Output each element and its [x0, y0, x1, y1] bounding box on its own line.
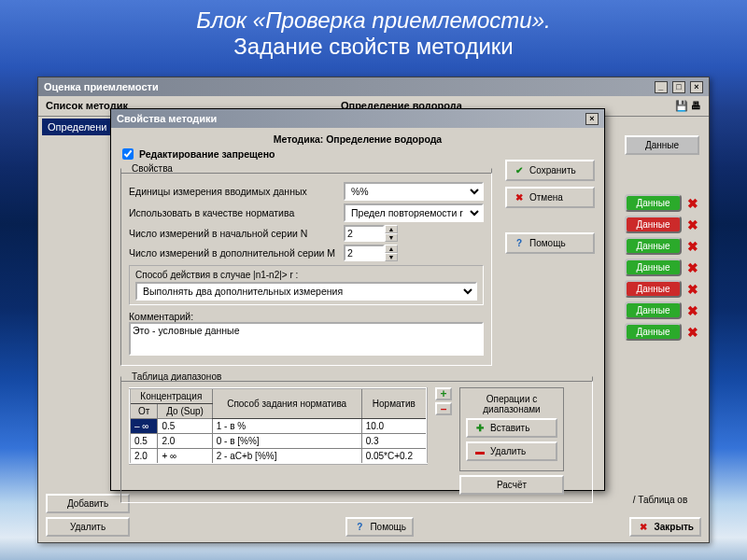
ranges-table[interactable]: Концентрация Способ задания норматива Но… [129, 387, 428, 465]
add-button[interactable]: Добавить [46, 494, 130, 513]
delete-button[interactable]: Удалить [46, 517, 130, 537]
delete-x-icon[interactable]: ✖ [687, 217, 699, 232]
table-cell: 10.0 [361, 419, 427, 434]
back-title-bar: Оценка приемлемости _ □ × [38, 77, 709, 96]
data-button-top[interactable]: Данные [625, 135, 699, 155]
col-concentration: Концентрация [130, 388, 212, 404]
col-norm: Норматив [361, 388, 427, 419]
ranges-legend: Таблица диапазонов [129, 371, 224, 382]
data-pill[interactable]: Данные [625, 194, 682, 212]
plus-icon: ✚ [473, 423, 486, 433]
delete-range-button[interactable]: ▬ Удалить [466, 441, 557, 461]
spin-down-icon[interactable]: ▼ [385, 253, 398, 261]
col-to: До (Sup) [158, 404, 212, 419]
help-button-back[interactable]: ? Помощь [345, 517, 414, 537]
table-cell: 0.3 [361, 434, 427, 449]
close-icon[interactable]: × [690, 81, 703, 93]
close-x-icon: ✖ [637, 522, 650, 532]
delete-x-icon[interactable]: ✖ [687, 260, 699, 275]
units-label: Единицы измерения вводимых данных [129, 186, 336, 197]
edit-locked-label: Редактирование запрещено [139, 148, 275, 160]
delete-x-icon[interactable]: ✖ [687, 196, 699, 211]
action-label: Способ действия в случае |n1-n2|> r : [135, 270, 477, 280]
selected-methodology-row[interactable]: Определени [42, 119, 117, 135]
table-cell: 2.0 [158, 434, 212, 449]
data-pill[interactable]: Данные [625, 237, 682, 255]
data-row: Данные✖ [625, 216, 699, 233]
units-select[interactable]: %% [344, 182, 484, 201]
action-group: Способ действия в случае |n1-n2|> r : Вы… [129, 265, 484, 305]
data-row: Данные✖ [625, 194, 699, 212]
comment-textarea[interactable]: Это - условные данные [129, 322, 484, 356]
x-icon: ✖ [513, 192, 526, 203]
col-mode: Способ задания норматива [212, 388, 361, 419]
spin-down-icon[interactable]: ▼ [385, 233, 398, 242]
col-from: От [130, 404, 158, 419]
table-cell: 0.05*C+0.2 [361, 449, 427, 465]
data-row: Данные✖ [625, 323, 699, 341]
plus-icon[interactable]: + [435, 387, 452, 400]
data-row: Данные✖ [625, 280, 699, 298]
table-row[interactable]: 2.0+ ∞2 - aC+b [%%]0.05*C+0.2 [130, 449, 427, 465]
table-row[interactable]: – ∞0.51 - в %10.0 [130, 419, 427, 434]
help-button[interactable]: ? Помощь [505, 232, 595, 254]
minus-icon: ▬ [473, 446, 486, 456]
data-pill[interactable]: Данные [625, 301, 682, 319]
data-pill[interactable]: Данные [625, 323, 682, 341]
ops-header: Операции с диапазонами [466, 394, 557, 414]
data-row: Данные✖ [625, 259, 699, 276]
table-cell: 0.5 [130, 434, 158, 449]
side-data-buttons: Данные Данные✖Данные✖Данные✖Данные✖Данны… [625, 135, 699, 344]
cancel-button[interactable]: ✖ Отмена [505, 187, 595, 208]
properties-dialog: Свойства методики × Методика: Определени… [110, 108, 605, 491]
action-select[interactable]: Выполнять два дополнительных измерения [135, 282, 477, 301]
props-legend: Свойства [129, 163, 176, 174]
delete-x-icon[interactable]: ✖ [687, 303, 699, 318]
delete-x-icon[interactable]: ✖ [687, 239, 699, 254]
delete-x-icon[interactable]: ✖ [687, 282, 699, 297]
spin-up-icon[interactable]: ▲ [385, 245, 398, 253]
normative-select[interactable]: Предел повторяемости r [344, 203, 484, 222]
n-spinner[interactable] [344, 225, 385, 242]
maximize-icon[interactable]: □ [672, 81, 685, 93]
edit-locked-checkbox[interactable] [122, 148, 134, 160]
insert-range-button[interactable]: ✚ Вставить [466, 418, 557, 438]
data-row: Данные✖ [625, 301, 699, 319]
dialog-title: Свойства методики [117, 113, 217, 124]
minus-icon[interactable]: – [435, 402, 452, 415]
check-icon: ✔ [513, 165, 526, 175]
norm-label: Использовать в качестве норматива [129, 207, 336, 218]
dialog-subtitle: Методика: Определение водорода [120, 133, 595, 145]
dialog-close-icon[interactable]: × [585, 113, 599, 125]
table-cell: 1 - в % [212, 419, 361, 434]
dialog-title-bar: Свойства методики × [111, 109, 604, 128]
question-icon: ? [513, 238, 526, 248]
range-ops-group: Операции с диапазонами ✚ Вставить ▬ Удал… [459, 387, 564, 471]
table-cell: 2 - aC+b [%%] [212, 449, 361, 465]
table-cell: – ∞ [130, 419, 158, 434]
table-row[interactable]: 0.52.00 - в [%%]0.3 [130, 434, 427, 449]
minimize-icon[interactable]: _ [655, 81, 668, 93]
data-pill[interactable]: Данные [625, 216, 682, 233]
slide-title-2: Задание свойств методики [0, 34, 747, 60]
table-cell: 0.5 [158, 419, 212, 434]
data-pill[interactable]: Данные [625, 259, 682, 276]
save-disk-icon[interactable]: 💾 [675, 100, 688, 111]
data-row: Данные✖ [625, 237, 699, 255]
back-window-title: Оценка приемлемости [44, 81, 159, 92]
n-label: Число измерений в начальной серии N [129, 228, 336, 239]
delete-x-icon[interactable]: ✖ [687, 325, 699, 340]
close-button[interactable]: ✖ Закрыть [629, 517, 701, 537]
table-cell: 0 - в [%%] [212, 434, 361, 449]
print-icon[interactable]: 🖶 [691, 100, 701, 111]
calc-button[interactable]: Расчёт [459, 475, 564, 495]
table-cell: + ∞ [158, 449, 212, 465]
spin-up-icon[interactable]: ▲ [385, 225, 398, 233]
m-spinner[interactable] [344, 245, 385, 261]
comment-label: Комментарий: [129, 311, 484, 322]
data-pill[interactable]: Данные [625, 280, 682, 298]
save-button[interactable]: ✔ Сохранить [505, 160, 595, 181]
question-icon: ? [353, 522, 366, 532]
table-cell: 2.0 [130, 449, 158, 465]
m-label: Число измерений в дополнительной серии M [129, 247, 336, 259]
